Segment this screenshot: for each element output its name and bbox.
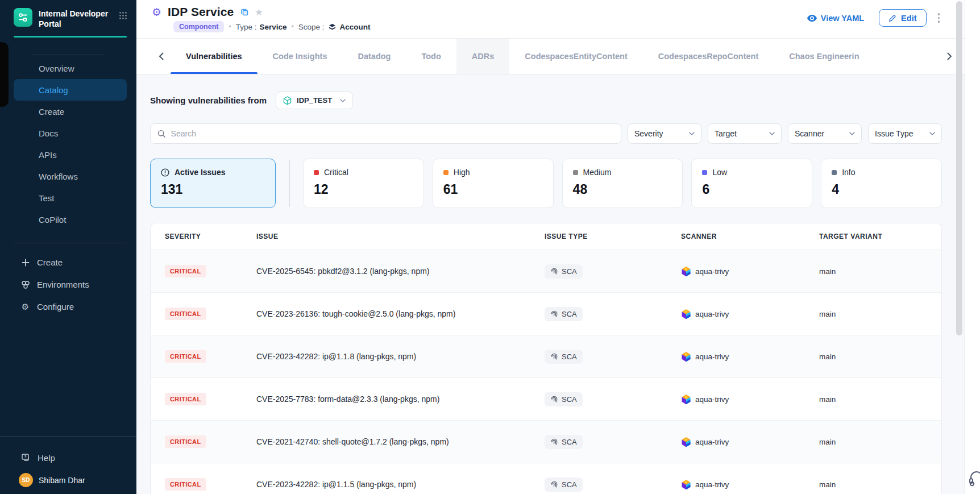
severity-card-count: 48 bbox=[573, 182, 672, 197]
table-row[interactable]: CRITICAL CVE-2025-6545: pbkdf2@3.1.2 (la… bbox=[151, 250, 941, 292]
sidebar-create-button[interactable]: Create bbox=[0, 251, 136, 273]
filter-dropdown-label: Issue Type bbox=[875, 129, 913, 138]
tabs-scroll-left-icon[interactable] bbox=[155, 50, 167, 63]
view-yaml-label: View YAML bbox=[821, 14, 864, 23]
trivy-icon bbox=[681, 437, 691, 447]
issue-type-chip: SCA bbox=[545, 478, 583, 492]
fingerprint-icon bbox=[550, 438, 558, 446]
sidebar-nav-item[interactable]: Create bbox=[14, 101, 127, 122]
table-row[interactable]: CRITICAL CVE-2023-26136: tough-cookie@2.… bbox=[151, 292, 941, 335]
app-window: Internal Developer Portal Overview Catal… bbox=[0, 0, 980, 494]
filter-dropdown-label: Scanner bbox=[795, 129, 824, 138]
issue-cell: CVE-2025-6545: pbkdf2@3.1.2 (lang-pkgs, … bbox=[256, 267, 545, 276]
plus-icon bbox=[20, 259, 30, 267]
issue-type-chip: SCA bbox=[545, 307, 583, 321]
chevron-down-icon bbox=[929, 132, 935, 135]
table-column-header: ISSUE TYPE bbox=[545, 233, 681, 240]
severity-card[interactable]: High 61 bbox=[433, 159, 554, 208]
vertical-scrollbar-thumb[interactable] bbox=[956, 1, 962, 335]
copy-icon[interactable] bbox=[240, 8, 249, 16]
app-grid-icon[interactable] bbox=[119, 11, 127, 22]
entity-kind-chip: Component bbox=[173, 21, 224, 32]
tabs-scroll-right-icon[interactable] bbox=[943, 50, 956, 63]
severity-card-count: 61 bbox=[443, 182, 543, 197]
severity-card[interactable]: Info 4 bbox=[821, 159, 942, 208]
table-row[interactable]: CRITICAL CVE-2025-7783: form-data@2.3.3 … bbox=[151, 377, 941, 420]
sidebar-nav-item[interactable]: APIs bbox=[14, 144, 127, 165]
severity-card[interactable]: Critical 12 bbox=[303, 159, 424, 208]
active-issues-count: 131 bbox=[161, 182, 265, 197]
scope-layers-icon bbox=[328, 23, 337, 31]
filter-dropdown-label: Severity bbox=[634, 129, 663, 138]
tab-label: CodespacesRepoContent bbox=[658, 52, 758, 61]
severity-card-label: High bbox=[454, 168, 470, 177]
issue-type-label: SCA bbox=[562, 395, 577, 404]
table-row[interactable]: CRITICAL CVE-2023-42282: ip@1.1.8 (lang-… bbox=[151, 335, 941, 377]
severity-card[interactable]: Low 6 bbox=[691, 159, 812, 208]
favorite-star-icon[interactable]: ★ bbox=[255, 7, 263, 18]
sidebar-divider bbox=[0, 436, 136, 437]
tab[interactable]: CodespacesRepoContent bbox=[643, 39, 774, 74]
chevron-down-icon bbox=[340, 99, 346, 102]
sidebar-nav-item-label: Catalog bbox=[39, 85, 68, 95]
severity-dot bbox=[702, 170, 707, 175]
table-column-header: TARGET VARIANT bbox=[819, 233, 941, 240]
filter-dropdown[interactable]: Severity bbox=[628, 123, 701, 144]
tab[interactable]: Vulnerabilities bbox=[171, 39, 258, 74]
tab[interactable]: Code Insights bbox=[258, 39, 343, 74]
sidebar-nav-item[interactable]: CoPilot bbox=[14, 209, 127, 230]
source-dropdown[interactable]: IDP_TEST bbox=[276, 92, 353, 109]
issue-type-label: SCA bbox=[562, 438, 577, 446]
target-variant-cell: main bbox=[819, 395, 941, 404]
filter-dropdown[interactable]: Issue Type bbox=[868, 123, 942, 144]
trivy-icon bbox=[681, 394, 691, 405]
scanner-cell: aqua-trivy bbox=[681, 394, 819, 405]
issue-cell: CVE-2021-42740: shell-quote@1.7.2 (lang-… bbox=[256, 437, 545, 446]
view-yaml-link[interactable]: View YAML bbox=[807, 14, 864, 23]
sidebar-action-label: Configure bbox=[37, 302, 74, 312]
tab[interactable]: Todo bbox=[406, 39, 456, 74]
fingerprint-icon bbox=[550, 352, 558, 360]
sidebar-nav-item[interactable]: Workflows bbox=[14, 165, 127, 187]
main-area: ⚙ IDP Service ★ Component • Type : Servi… bbox=[136, 0, 965, 494]
sidebar-nav-item[interactable]: Docs bbox=[14, 122, 127, 144]
help-button[interactable]: ? Help bbox=[0, 447, 136, 468]
sidebar-nav-item-label: Workflows bbox=[39, 172, 78, 181]
vulnerabilities-table: SEVERITY ISSUE ISSUE TYPE SCANNER TARGET… bbox=[150, 223, 942, 494]
more-options-kebab-icon[interactable] bbox=[936, 11, 942, 25]
search-box bbox=[150, 123, 621, 144]
support-headset-icon[interactable] bbox=[968, 470, 980, 489]
sidebar-divider bbox=[14, 243, 127, 243]
scanner-name: aqua-trivy bbox=[695, 395, 729, 404]
sidebar-environments-button[interactable]: Environments bbox=[0, 273, 136, 296]
sidebar-nav-item[interactable]: Catalog bbox=[14, 79, 127, 101]
tabs-bar: Vulnerabilities Code Insights Datadog To… bbox=[136, 39, 965, 74]
sidebar-action-label: Create bbox=[37, 258, 63, 267]
tab[interactable]: Datadog bbox=[342, 39, 406, 74]
user-profile[interactable]: SD Shibam Dhar bbox=[0, 468, 136, 494]
table-row[interactable]: CRITICAL CVE-2021-42740: shell-quote@1.7… bbox=[151, 420, 941, 463]
issue-type-label: SCA bbox=[562, 480, 577, 489]
issue-type-chip: SCA bbox=[545, 392, 583, 406]
trivy-icon bbox=[681, 479, 691, 490]
tab[interactable]: CodespacesEntityContent bbox=[509, 39, 642, 74]
tab[interactable]: ADRs bbox=[456, 39, 509, 74]
severity-badge: CRITICAL bbox=[165, 265, 206, 277]
scanner-name: aqua-trivy bbox=[695, 352, 729, 361]
issue-cell: CVE-2023-42282: ip@1.1.5 (lang-pkgs, npm… bbox=[256, 480, 545, 489]
scanner-cell: aqua-trivy bbox=[681, 309, 819, 319]
active-issues-card[interactable]: Active Issues 131 bbox=[150, 159, 276, 208]
scanner-name: aqua-trivy bbox=[695, 480, 729, 489]
edit-button[interactable]: Edit bbox=[879, 9, 926, 27]
table-row[interactable]: CRITICAL CVE-2023-42282: ip@1.1.5 (lang-… bbox=[151, 463, 941, 494]
sidebar-nav-item[interactable]: Test bbox=[14, 187, 127, 209]
tab[interactable]: Chaos Engineerin bbox=[774, 39, 863, 74]
severity-badge: CRITICAL bbox=[165, 308, 206, 320]
sidebar-nav-item[interactable]: Overview bbox=[14, 57, 127, 79]
scanner-cell: aqua-trivy bbox=[681, 437, 819, 447]
search-input[interactable] bbox=[171, 129, 614, 138]
sidebar-configure-button[interactable]: ⚙ Configure bbox=[0, 296, 136, 318]
filter-dropdown[interactable]: Scanner bbox=[788, 123, 862, 144]
severity-card[interactable]: Medium 48 bbox=[562, 159, 683, 208]
filter-dropdown[interactable]: Target bbox=[708, 123, 782, 144]
